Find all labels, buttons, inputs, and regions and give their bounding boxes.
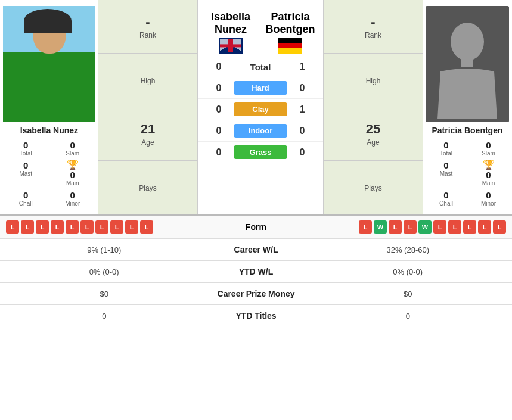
- form-badge-left-4: L: [66, 220, 79, 234]
- left-stat-minor: 0 Minor: [50, 189, 96, 208]
- grass-left: 0: [204, 147, 234, 158]
- hard-badge: Hard: [234, 81, 287, 95]
- right-stat-slam: 0 Slam: [468, 139, 509, 158]
- data-row-0: 9% (1-10) Career W/L 32% (28-60): [0, 239, 512, 261]
- form-center-label: Form: [203, 222, 310, 232]
- right-player-name-header: Patricia Boentgen: [260, 6, 320, 36]
- data-left-1: 0% (0-0): [6, 267, 203, 276]
- right-stat-chall: 0 Chall: [426, 189, 467, 208]
- player-right: Patricia Boentgen 0 Total 0 Slam 0 Mast …: [423, 0, 512, 214]
- form-badge-left-1: L: [21, 220, 34, 234]
- form-badge-right-0: L: [359, 220, 372, 234]
- left-trophy: 🏆 0 Main: [50, 159, 96, 188]
- total-label: Total: [234, 62, 287, 72]
- player-right-stats: 0 Total 0 Slam 0 Mast 🏆 0 Main 0: [426, 139, 509, 208]
- data-right-2: $0: [310, 290, 507, 298]
- hard-right: 0: [287, 83, 317, 94]
- form-badge-right-3: L: [404, 220, 417, 234]
- form-right: LWLLWLLLLL: [310, 220, 507, 234]
- total-row: 0 Total 1: [198, 57, 323, 77]
- data-left-3: 0: [6, 312, 203, 321]
- center-scores: Isabella Nunez Patricia Boentgen: [198, 0, 323, 214]
- data-row-3: 0 YTD Titles 0: [0, 305, 512, 326]
- left-stat-total: 0 Total: [3, 139, 49, 158]
- left-stat-slam: 0 Slam: [50, 139, 96, 158]
- bottom-section: LLLLLLLLLL Form LWLLWLLLLL 9% (1-10) Car…: [0, 214, 512, 326]
- form-badge-left-9: L: [140, 220, 153, 234]
- form-badge-left-5: L: [80, 220, 94, 234]
- total-score-right: 1: [287, 61, 317, 72]
- data-right-0: 32% (28-60): [310, 245, 507, 254]
- data-left-2: $0: [6, 290, 203, 298]
- player-left: Isabella Nunez 0 Total 0 Slam 0 Mast 🏆 0: [0, 0, 98, 214]
- form-left: LLLLLLLLLL: [6, 220, 203, 234]
- total-score-left: 0: [204, 61, 234, 72]
- clay-right: 1: [287, 104, 317, 115]
- indoor-right: 0: [287, 126, 317, 136]
- data-row-1: 0% (0-0) YTD W/L 0% (0-0): [0, 261, 512, 283]
- form-badge-right-7: L: [463, 220, 476, 234]
- form-badge-right-1: W: [374, 220, 387, 234]
- data-left-0: 9% (1-10): [6, 245, 203, 254]
- right-stat-mast: 0 Mast: [426, 159, 467, 188]
- form-badge-left-6: L: [95, 220, 108, 234]
- form-badge-left-0: L: [6, 220, 19, 234]
- form-badge-right-5: L: [433, 220, 446, 234]
- form-badge-left-3: L: [51, 220, 64, 234]
- left-stat-col: - Rank High 21 Age Plays: [98, 0, 198, 214]
- form-badge-left-2: L: [36, 220, 49, 234]
- surface-grass: 0 Grass 0: [198, 142, 323, 163]
- form-badge-left-8: L: [125, 220, 138, 234]
- data-right-1: 0% (0-0): [310, 267, 507, 276]
- form-badge-right-4: W: [418, 220, 432, 234]
- form-badge-right-2: L: [389, 220, 402, 234]
- player-right-photo: [426, 6, 509, 122]
- indoor-left: 0: [204, 126, 234, 136]
- clay-badge: Clay: [234, 102, 287, 116]
- form-badge-left-7: L: [110, 220, 123, 234]
- patricia-silhouette: [426, 6, 509, 122]
- grass-right: 0: [287, 147, 317, 158]
- indoor-badge: Indoor: [234, 124, 287, 138]
- left-age-box: 21 Age: [98, 107, 197, 161]
- svg-point-1: [451, 23, 484, 61]
- clay-left: 0: [204, 104, 234, 115]
- form-row: LLLLLLLLLL Form LWLLWLLLLL: [0, 216, 512, 239]
- main-container: Isabella Nunez 0 Total 0 Slam 0 Mast 🏆 0: [0, 0, 512, 326]
- form-badge-right-6: L: [448, 220, 461, 234]
- data-row-2: $0 Career Prize Money $0: [0, 283, 512, 305]
- player-left-photo: [3, 6, 95, 122]
- data-center-1: YTD W/L: [203, 267, 310, 276]
- data-center-0: Career W/L: [203, 245, 310, 254]
- right-rank-box: - Rank: [324, 0, 423, 54]
- surface-hard: 0 Hard 0: [198, 77, 323, 99]
- left-player-name-header: Isabella Nunez: [201, 6, 260, 36]
- right-plays-box: Plays: [324, 161, 423, 214]
- form-badge-right-8: L: [478, 220, 491, 234]
- form-badge-right-9: L: [493, 220, 506, 234]
- right-stat-total: 0 Total: [426, 139, 467, 158]
- left-stat-mast: 0 Mast: [3, 159, 49, 188]
- data-rows-container: 9% (1-10) Career W/L 32% (28-60) 0% (0-0…: [0, 239, 512, 326]
- left-rank-box: - Rank: [98, 0, 197, 54]
- right-age-box: 25 Age: [324, 107, 423, 161]
- top-section: Isabella Nunez 0 Total 0 Slam 0 Mast 🏆 0: [0, 0, 512, 214]
- left-stat-chall: 0 Chall: [3, 189, 49, 208]
- svg-rect-2: [461, 58, 473, 67]
- surface-indoor: 0 Indoor 0: [198, 120, 323, 142]
- left-high-box: High: [98, 54, 197, 107]
- player-left-name: Isabella Nunez: [20, 126, 78, 135]
- surface-clay: 0 Clay 1: [198, 99, 323, 120]
- right-trophy: 🏆 0 Main: [468, 159, 509, 188]
- data-center-3: YTD Titles: [203, 311, 310, 321]
- surface-rows: 0 Hard 0 0 Clay 1 0 Indoor 0 0 Grass: [198, 77, 323, 163]
- right-high-box: High: [324, 54, 423, 107]
- grass-badge: Grass: [234, 145, 287, 159]
- player-right-name: Patricia Boentgen: [432, 126, 502, 135]
- right-stat-minor: 0 Minor: [468, 189, 509, 208]
- hard-left: 0: [204, 83, 234, 94]
- left-plays-box: Plays: [98, 161, 197, 214]
- uk-flag: [219, 38, 243, 54]
- trophy-icon-left: 🏆: [67, 160, 79, 170]
- right-stat-col: - Rank High 25 Age Plays: [323, 0, 423, 214]
